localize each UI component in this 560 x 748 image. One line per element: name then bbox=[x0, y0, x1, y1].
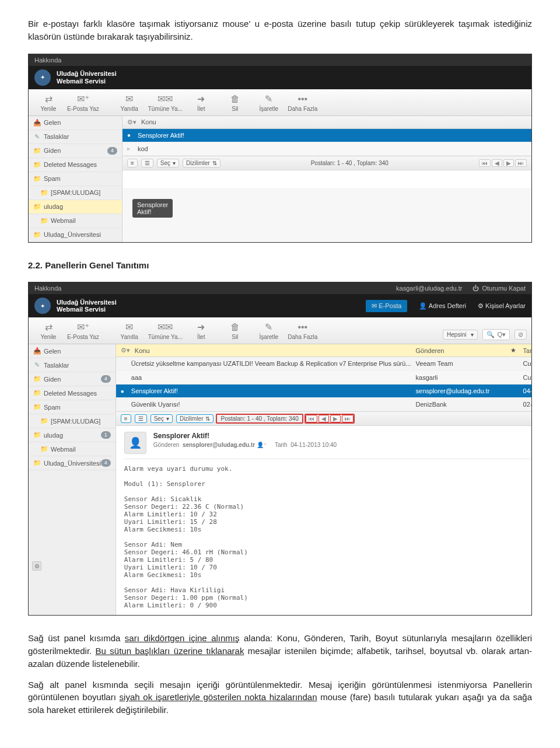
toolbar: ⇄Yenile ✉⁺E-Posta Yaz ✉Yanıtla ✉✉Tümüne … bbox=[29, 89, 531, 116]
brand-logo-icon: ✦ bbox=[34, 298, 51, 314]
sort-menu[interactable]: Dizilimler ⇅ bbox=[183, 159, 220, 167]
about-link[interactable]: Hakkında bbox=[34, 285, 61, 292]
folder-uuniv[interactable]: 📁Uludag_Üniversitesi4 bbox=[29, 456, 116, 470]
spam-icon: 📁 bbox=[33, 175, 40, 183]
list-gear-icon[interactable]: ⚙▾ bbox=[121, 347, 130, 354]
message-row[interactable]: ● Güvenlik Uyarısı! DenizBank 02-11-2013… bbox=[116, 398, 532, 411]
replyall-button[interactable]: ✉✉Tümüne Ya... bbox=[148, 93, 183, 112]
folder-inbox[interactable]: 📥Gelen bbox=[29, 116, 122, 130]
mark-button[interactable]: ✎İşaretle bbox=[254, 93, 284, 112]
folder-spam[interactable]: 📁Spam bbox=[29, 400, 116, 414]
folder-sidebar: 📥Gelen ✎Taslaklar 📁Giden4 📁Deleted Messa… bbox=[29, 116, 123, 242]
brand-bar: ✦ Uludağ Üniversitesi Webmail Servisi bbox=[29, 66, 531, 89]
forward-button[interactable]: ➜İlet bbox=[186, 93, 216, 112]
logout-button[interactable]: ⏻ Oturumu Kapat bbox=[473, 285, 526, 292]
compose-button[interactable]: ✉⁺E-Posta Yaz bbox=[67, 321, 99, 340]
paging-bar: ≡ ☰ Seç ▾ Dizilimler ⇅ Postaları: 1 - 40… bbox=[123, 156, 531, 170]
folder-webmail[interactable]: 📁Webmail bbox=[29, 214, 122, 228]
message-row[interactable]: ● Sensplorer Aktif! bbox=[123, 129, 531, 142]
folder-sidebar: 📥Gelen ✎Taslaklar 📁Giden4 📁Deleted Messa… bbox=[29, 344, 116, 615]
view-thread-icon[interactable]: ☰ bbox=[135, 414, 147, 423]
nav-mail[interactable]: ✉ E-Posta bbox=[366, 300, 407, 312]
message-row[interactable]: ▸ kod bbox=[123, 142, 531, 156]
paging-nav[interactable]: ⏮◀▶⏭ bbox=[306, 415, 354, 422]
replyall-button[interactable]: ✉✉Tümüne Ya... bbox=[148, 321, 183, 340]
more-button[interactable]: •••Daha Fazla bbox=[288, 322, 318, 340]
about-bar: Hakkında bbox=[29, 54, 531, 66]
delete-button[interactable]: 🗑Sil bbox=[220, 322, 250, 340]
message-row[interactable]: ● aaa kasgarli Cum 11:57📎 bbox=[116, 370, 532, 385]
folder-uludag[interactable]: 📁uludag Sensplorer Aktif! bbox=[29, 200, 122, 214]
paging-status: Postaları: 1 - 40 , Toplam: 340 bbox=[224, 160, 475, 166]
doc-paragraph-3: Sağ alt panel kısmında seçili mesajın iç… bbox=[28, 679, 532, 716]
reply-button[interactable]: ✉Yanıtla bbox=[114, 93, 145, 112]
deleted-icon: 📁 bbox=[33, 161, 40, 169]
brand-line2: Webmail Servisi bbox=[57, 78, 117, 85]
unread-dot-icon: ● bbox=[121, 388, 127, 394]
sent-icon: 📁 bbox=[33, 147, 40, 155]
unread-dot-icon: ● bbox=[127, 132, 133, 138]
message-row[interactable]: ● Sensplorer Aktif! sensplorer@uludag.ed… bbox=[116, 385, 532, 398]
paging-nav[interactable]: ⏮◀▶⏭ bbox=[479, 159, 527, 167]
folder-spam[interactable]: 📁Spam bbox=[29, 172, 122, 186]
col-date[interactable]: Tarih bbox=[523, 347, 532, 354]
folder-spam-sub[interactable]: 📁[SPAM:ULUDAG] bbox=[29, 414, 116, 428]
drafts-icon: ✎ bbox=[33, 361, 40, 369]
folder-icon: 📁 bbox=[40, 445, 47, 453]
folder-drafts[interactable]: ✎Taslaklar bbox=[29, 358, 116, 372]
view-list-icon[interactable]: ≡ bbox=[121, 414, 131, 423]
inbox-icon: 📥 bbox=[33, 119, 40, 127]
folder-icon: 📁 bbox=[40, 189, 47, 197]
compose-button[interactable]: ✉⁺E-Posta Yaz bbox=[67, 93, 99, 112]
folder-deleted[interactable]: 📁Deleted Messages bbox=[29, 386, 116, 400]
select-menu[interactable]: Seç ▾ bbox=[157, 159, 179, 167]
nav-settings[interactable]: ⚙ Kişisel Ayarlar bbox=[478, 302, 526, 310]
select-menu[interactable]: Seç ▾ bbox=[150, 414, 173, 423]
folder-icon: 📁 bbox=[40, 217, 47, 225]
reply-button[interactable]: ✉Yanıtla bbox=[114, 321, 145, 340]
folder-sent[interactable]: 📁Giden4 bbox=[29, 372, 116, 386]
view-thread-icon[interactable]: ☰ bbox=[141, 159, 153, 167]
folder-uuniv[interactable]: 📁Uludag_Üniversitesi bbox=[29, 228, 122, 242]
refresh-button[interactable]: ⇄Yenile bbox=[33, 93, 64, 112]
search-input[interactable]: 🔍Q▾ bbox=[482, 329, 510, 340]
refresh-button[interactable]: ⇄Yenile bbox=[33, 321, 64, 340]
brand-line1: Uludağ Üniversitesi bbox=[57, 70, 117, 78]
folder-deleted[interactable]: 📁Deleted Messages bbox=[29, 158, 122, 172]
mark-button[interactable]: ✎İşaretle bbox=[254, 321, 284, 340]
more-button[interactable]: •••Daha Fazla bbox=[288, 94, 318, 112]
section-heading: 2.2. Panellerin Genel Tanıtımı bbox=[28, 259, 532, 272]
list-header: ⚙▾ Konu bbox=[123, 116, 531, 129]
about-bar: Hakkında kasgarli@uludag.edu.tr ⏻ Oturum… bbox=[29, 282, 531, 294]
preview-pane: 👤 Sensplorer Aktif! Gönderen sensplorer@… bbox=[116, 426, 532, 615]
delete-button[interactable]: 🗑Sil bbox=[220, 94, 250, 112]
preview-body: Alarm veya uyari durumu yok. Modul (1): … bbox=[124, 465, 532, 609]
col-star[interactable]: ★ bbox=[508, 347, 519, 354]
list-gear-icon[interactable]: ⚙▾ bbox=[127, 118, 136, 126]
sidebar-gear-icon[interactable]: ⚙ bbox=[32, 561, 41, 571]
folder-inbox[interactable]: 📥Gelen bbox=[29, 344, 116, 358]
view-list-icon[interactable]: ≡ bbox=[127, 159, 138, 167]
folder-webmail[interactable]: 📁Webmail bbox=[29, 442, 116, 456]
folder-sent[interactable]: 📁Giden4 bbox=[29, 144, 122, 158]
col-subject[interactable]: Konu bbox=[141, 118, 527, 125]
folder-drafts[interactable]: ✎Taslaklar bbox=[29, 130, 122, 144]
folder-spam-sub[interactable]: 📁[SPAM:ULUDAG] bbox=[29, 186, 122, 200]
folder-uludag[interactable]: 📁uludag1 bbox=[29, 428, 116, 442]
forward-button[interactable]: ➜İlet bbox=[186, 321, 216, 340]
col-from[interactable]: Gönderen bbox=[416, 347, 503, 354]
folder-icon: 📁 bbox=[33, 431, 40, 439]
nav-contacts[interactable]: 👤 Adres Defteri bbox=[419, 302, 466, 310]
col-subject[interactable]: Konu bbox=[135, 347, 411, 354]
spam-icon: 📁 bbox=[33, 403, 40, 411]
folder-icon: 📁 bbox=[33, 231, 40, 239]
deleted-icon: 📁 bbox=[33, 389, 40, 397]
about-link[interactable]: Hakkında bbox=[34, 57, 61, 64]
sent-icon: 📁 bbox=[33, 375, 40, 383]
search-clear-icon[interactable]: ⊘ bbox=[514, 330, 527, 340]
folder-icon: 📁 bbox=[33, 459, 40, 467]
message-row[interactable]: ● Ücretsiz yükseltme kampanyası UZATILDI… bbox=[116, 357, 532, 370]
filter-dropdown[interactable]: Hepsini ▾ bbox=[443, 330, 478, 340]
contact-add-icon[interactable]: 👤⁺ bbox=[257, 442, 267, 448]
sort-menu[interactable]: Dizilimler ⇅ bbox=[176, 414, 214, 423]
